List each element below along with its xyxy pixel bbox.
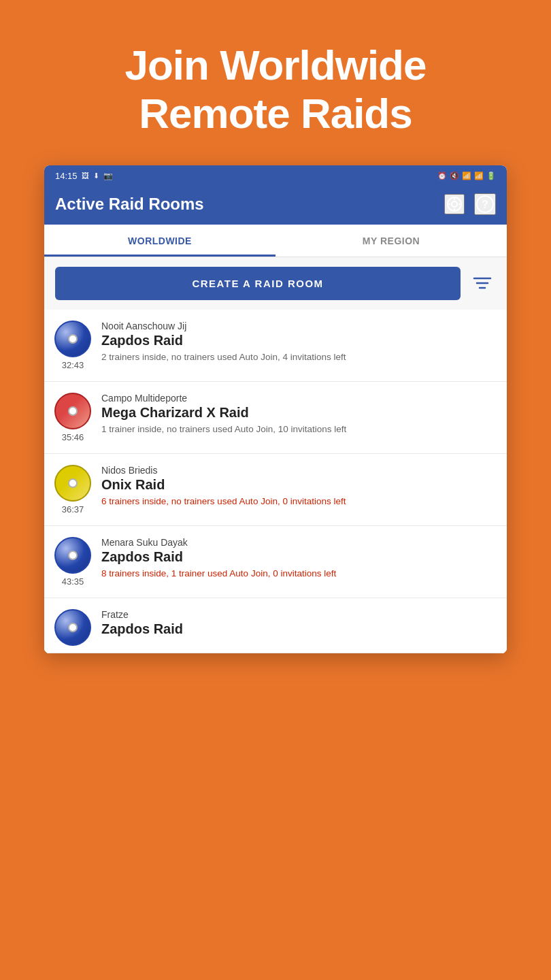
raid-name-3: Onix Raid: [101, 477, 496, 493]
raid-details-3: 6 trainers inside, no trainers used Auto…: [101, 495, 496, 508]
raid-item-info-2: Campo Multideporte Mega Charizard X Raid…: [101, 393, 496, 436]
raid-item-left-2: 35:46: [52, 393, 93, 442]
header-icons: ?: [444, 193, 496, 215]
avatar: [54, 465, 91, 502]
tab-worldwide[interactable]: WORLDWIDE: [44, 225, 276, 257]
tab-bar: WORLDWIDE MY REGION: [44, 225, 507, 257]
app-header-title: Active Raid Rooms: [55, 195, 204, 214]
gym-name-2: Campo Multideporte: [101, 393, 496, 404]
status-time: 14:15: [55, 171, 78, 181]
table-row[interactable]: 43:35 Menara Suku Dayak Zapdos Raid 8 tr…: [44, 526, 507, 598]
svg-text:?: ?: [482, 199, 488, 210]
status-icon-camera: 📷: [103, 172, 113, 180]
phone-frame: 14:15 🖼 ⬇ 📷 ⏰ 🔇 📶 📶 🔋 Active Raid Rooms: [44, 165, 507, 653]
raid-timer-2: 35:46: [62, 432, 84, 442]
raid-item-info-1: Nooit Aanschouw Jij Zapdos Raid 2 traine…: [101, 321, 496, 364]
help-icon: ?: [475, 195, 495, 214]
raid-item-left-3: 36:37: [52, 465, 93, 514]
status-right: ⏰ 🔇 📶 📶 🔋: [437, 172, 496, 180]
status-left: 14:15 🖼 ⬇ 📷: [55, 171, 113, 181]
help-button[interactable]: ?: [474, 193, 496, 215]
raid-name-1: Zapdos Raid: [101, 333, 496, 348]
app-header: Active Raid Rooms ?: [44, 186, 507, 225]
status-icon-download: ⬇: [93, 172, 99, 180]
avatar: [54, 321, 91, 357]
raid-timer-1: 32:43: [62, 360, 84, 370]
create-row: CREATE A RAID ROOM: [44, 257, 507, 310]
raid-item-left-4: 43:35: [52, 537, 93, 587]
table-row[interactable]: 32:43 Nooit Aanschouw Jij Zapdos Raid 2 …: [44, 310, 507, 382]
raid-details-2: 1 trainer inside, no trainers used Auto …: [101, 423, 496, 436]
svg-point-1: [452, 201, 457, 207]
raid-details-1: 2 trainers inside, no trainers used Auto…: [101, 351, 496, 364]
tab-my-region[interactable]: MY REGION: [276, 225, 507, 257]
raid-timer-4: 43:35: [62, 576, 84, 587]
raid-item-info-5: Fratze Zapdos Raid: [101, 609, 496, 640]
filter-button[interactable]: [469, 272, 496, 295]
status-icon-signal: 📶: [474, 172, 484, 180]
raid-item-info-3: Nidos Briedis Onix Raid 6 trainers insid…: [101, 465, 496, 508]
hero-section: Join WorldwideRemote Raids: [0, 0, 551, 165]
filter-icon: [473, 276, 492, 291]
raid-name-2: Mega Charizard X Raid: [101, 405, 496, 421]
table-row[interactable]: 35:46 Campo Multideporte Mega Charizard …: [44, 382, 507, 454]
raid-item-left-5: [52, 609, 93, 646]
settings-icon: [446, 195, 463, 213]
gym-name-1: Nooit Aanschouw Jij: [101, 321, 496, 331]
status-icon-battery: 🔋: [486, 172, 496, 180]
status-icon-alarm: ⏰: [437, 172, 447, 180]
gym-name-4: Menara Suku Dayak: [101, 537, 496, 548]
status-icon-mute: 🔇: [450, 172, 459, 180]
raid-name-5: Zapdos Raid: [101, 621, 496, 637]
avatar: [54, 537, 91, 574]
raid-details-4: 8 trainers inside, 1 trainer used Auto J…: [101, 568, 496, 581]
table-row[interactable]: 36:37 Nidos Briedis Onix Raid 6 trainers…: [44, 454, 507, 526]
settings-button[interactable]: [444, 194, 465, 214]
raid-item-left-1: 32:43: [52, 321, 93, 370]
table-row[interactable]: Fratze Zapdos Raid: [44, 598, 507, 653]
hero-title: Join WorldwideRemote Raids: [20, 41, 531, 138]
avatar: [54, 609, 91, 646]
gym-name-5: Fratze: [101, 609, 496, 620]
status-icon-photo: 🖼: [82, 172, 89, 180]
status-bar: 14:15 🖼 ⬇ 📷 ⏰ 🔇 📶 📶 🔋: [44, 165, 507, 186]
raid-list: 32:43 Nooit Aanschouw Jij Zapdos Raid 2 …: [44, 310, 507, 653]
create-raid-button[interactable]: CREATE A RAID ROOM: [55, 267, 461, 300]
status-icon-wifi: 📶: [462, 172, 471, 180]
content-area: CREATE A RAID ROOM 32:43: [44, 257, 507, 653]
gym-name-3: Nidos Briedis: [101, 465, 496, 476]
raid-item-info-4: Menara Suku Dayak Zapdos Raid 8 trainers…: [101, 537, 496, 581]
raid-name-4: Zapdos Raid: [101, 549, 496, 565]
avatar: [54, 393, 91, 429]
raid-timer-3: 36:37: [62, 504, 84, 514]
